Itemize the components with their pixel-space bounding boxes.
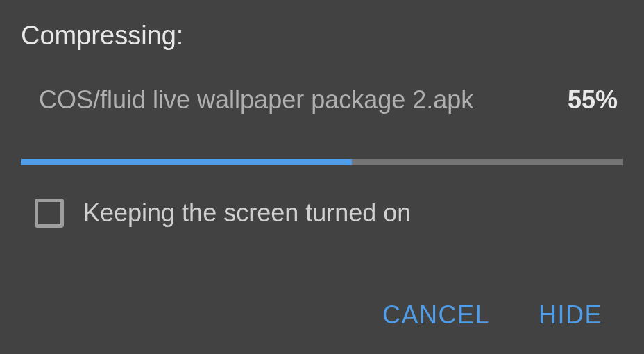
dialog-buttons: CANCEL HIDE bbox=[21, 301, 623, 337]
progress-bar bbox=[21, 159, 623, 165]
keep-screen-label: Keeping the screen turned on bbox=[83, 199, 411, 228]
checkbox-icon bbox=[35, 199, 64, 228]
progress-bar-fill bbox=[21, 159, 352, 165]
progress-percent-label: 55% bbox=[568, 85, 618, 115]
keep-screen-checkbox[interactable]: Keeping the screen turned on bbox=[21, 199, 623, 228]
hide-button[interactable]: HIDE bbox=[539, 301, 602, 330]
file-name: COS/fluid live wallpaper package 2.apk bbox=[39, 85, 473, 115]
dialog-title: Compressing: bbox=[21, 21, 623, 51]
compress-dialog: Compressing: COS/fluid live wallpaper pa… bbox=[0, 0, 644, 354]
file-progress-row: COS/fluid live wallpaper package 2.apk 5… bbox=[21, 85, 623, 115]
cancel-button[interactable]: CANCEL bbox=[382, 301, 490, 330]
